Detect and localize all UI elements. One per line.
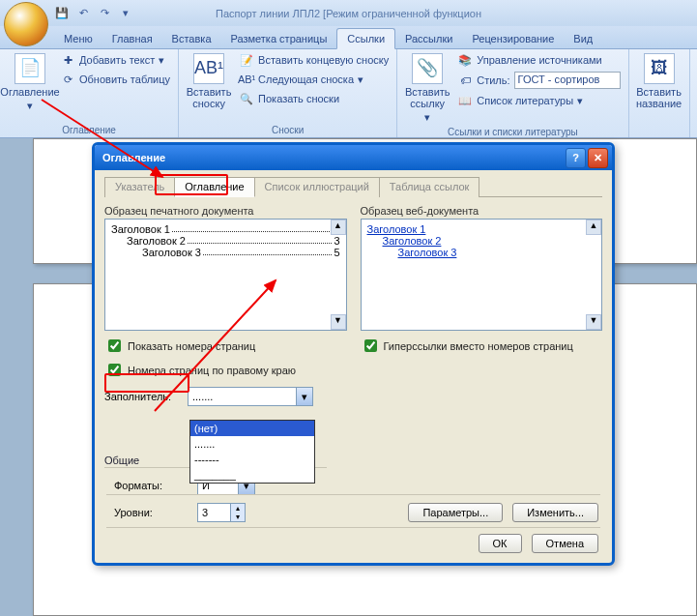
insert-caption-button[interactable]: 🖼 Вставить название [635,51,683,111]
filler-dropdown[interactable]: (нет) ....... ------- _______ [189,420,315,484]
show-icon: 🔍 [239,91,254,106]
ribbon: 📄 Оглавление ▾ ✚Добавить текст ▾ ⟳Обнови… [0,49,697,138]
bibliography-button[interactable]: 📖Список литературы ▾ [455,92,622,109]
next-footnote-button[interactable]: AB¹Следующая сноска ▾ [237,71,391,88]
checkbox-icon[interactable] [364,339,377,352]
filler-label: Заполнитель: [104,391,182,402]
web-h1[interactable]: Заголовок 1 [367,223,426,235]
group-toc-label: Оглавление [6,123,172,137]
web-preview: ▲ Заголовок 1 Заголовок 2 Заголовок 3 ▼ [361,219,603,331]
print-preview: ▲ Заголовок 11 Заголовок 23 Заголовок 35… [104,219,347,331]
group-captions-label [635,133,683,137]
toc-h3: Заголовок 3 [142,247,201,258]
qat-more-icon[interactable]: ▾ [118,6,133,21]
dropdown-icon: ▾ [27,100,33,111]
show-notes-button[interactable]: 🔍Показать сноски [237,90,391,107]
office-button[interactable] [4,2,48,46]
modify-button[interactable]: Изменить... [512,503,598,522]
tab-layout[interactable]: Разметка страницы [221,29,337,48]
chevron-down-icon: ▾ [296,388,312,405]
tab-mailings[interactable]: Рассылки [395,29,462,48]
style-icon: 🏷 [457,73,473,88]
manage-sources-button[interactable]: 📚Управление источниками [455,51,622,69]
tab-home[interactable]: Главная [102,29,162,48]
close-button[interactable]: ✕ [588,148,608,168]
checkbox-icon[interactable] [108,364,121,376]
save-icon[interactable]: 💾 [54,6,70,21]
toc-button[interactable]: 📄 Оглавление ▾ [6,51,54,113]
filler-option-line[interactable]: _______ [190,467,314,483]
spinner-icon[interactable]: ▴▾ [230,504,245,521]
filler-option-none[interactable]: (нет) [190,421,314,436]
filler-select[interactable]: ....... ▾ [188,387,313,406]
toc-icon: 📄 [15,53,45,84]
insert-citation-button[interactable]: 📎 Вставить ссылку ▾ [403,51,451,125]
group-footnotes-label: Сноски [185,123,391,137]
filler-option-dashes[interactable]: ------- [190,452,314,467]
dialog-title: Оглавление [102,152,165,163]
dropdown-icon: ▾ [424,111,430,123]
toc-h1: Заголовок 1 [111,223,170,235]
add-text-button[interactable]: ✚Добавить текст ▾ [58,51,172,69]
tab-menu[interactable]: Меню [54,29,102,48]
tab-insert[interactable]: Вставка [162,29,221,48]
style-select[interactable]: ГОСТ - сортиров [514,72,621,89]
show-label: Показать сноски [258,93,339,104]
update-label: Обновить таблицу [79,73,170,85]
footnote-icon: AB¹ [193,53,224,84]
endnote-icon: 📝 [239,52,254,68]
biblio-icon: 📖 [457,93,473,108]
print-preview-label: Образец печатного документа [104,205,347,217]
filler-value: ....... [192,391,213,402]
right-align-checkbox[interactable]: Номера страниц по правому краю [104,361,347,379]
footnote-label: Вставить сноску [187,86,232,109]
tab-toc[interactable]: Оглавление [174,177,254,197]
formats-label: Форматы: [114,480,191,491]
tab-references[interactable]: Ссылки [336,28,395,49]
toc-p2: 3 [334,235,339,247]
redo-icon[interactable]: ↷ [97,6,112,21]
undo-icon[interactable]: ↶ [75,6,91,21]
web-preview-label: Образец веб-документа [361,205,603,217]
tab-review[interactable]: Рецензирование [462,29,564,48]
checkbox-icon[interactable] [108,339,121,352]
tab-authorities[interactable]: Таблица ссылок [379,177,480,197]
scroll-up-icon[interactable]: ▲ [331,220,346,235]
tab-figures[interactable]: Список иллюстраций [254,177,380,197]
tab-view[interactable]: Вид [564,29,602,48]
levels-value: 3 [202,507,208,518]
plus-icon: ✚ [60,52,75,68]
scroll-down-icon[interactable]: ▼ [331,314,346,330]
add-text-label: Добавить текст [79,54,155,66]
update-table-button[interactable]: ⟳Обновить таблицу [58,71,172,88]
toc-h2: Заголовок 2 [127,235,186,247]
levels-spinner[interactable]: 3▴▾ [197,503,246,522]
filler-option-dots[interactable]: ....... [190,436,314,452]
hyperlinks-checkbox[interactable]: Гиперссылки вместо номеров страниц [361,337,603,355]
caption-icon: 🖼 [644,53,675,84]
show-page-numbers-checkbox[interactable]: Показать номера страниц [104,337,347,355]
citation-label: Вставить ссылку [405,86,450,109]
endnote-label: Вставить концевую сноску [258,54,389,66]
dialog-tabs: Указатель Оглавление Список иллюстраций … [104,176,602,197]
insert-footnote-button[interactable]: AB¹ Вставить сноску [185,51,233,111]
toc-label: Оглавление [0,86,59,98]
toc-p3: 5 [334,247,339,258]
caption-label: Вставить название [636,86,682,109]
biblio-label: Список литературы [477,95,573,106]
hyperlinks-label: Гиперссылки вместо номеров страниц [384,340,573,352]
ok-button[interactable]: ОК [479,534,522,553]
options-button[interactable]: Параметры... [408,503,503,522]
citation-style[interactable]: 🏷Стиль: ГОСТ - сортиров [455,71,622,90]
cancel-button[interactable]: Отмена [532,534,598,553]
help-button[interactable]: ? [566,148,586,168]
insert-endnote-button[interactable]: 📝Вставить концевую сноску [237,51,391,69]
ribbon-tabs: Меню Главная Вставка Разметка страницы С… [0,26,697,49]
levels-label: Уровни: [114,507,191,518]
web-h2[interactable]: Заголовок 2 [383,235,442,247]
show-pages-label: Показать номера страниц [128,340,255,352]
tab-index[interactable]: Указатель [104,177,175,197]
scroll-down-icon[interactable]: ▼ [586,314,601,330]
scroll-up-icon[interactable]: ▲ [586,220,601,235]
web-h3[interactable]: Заголовок 3 [398,247,457,258]
